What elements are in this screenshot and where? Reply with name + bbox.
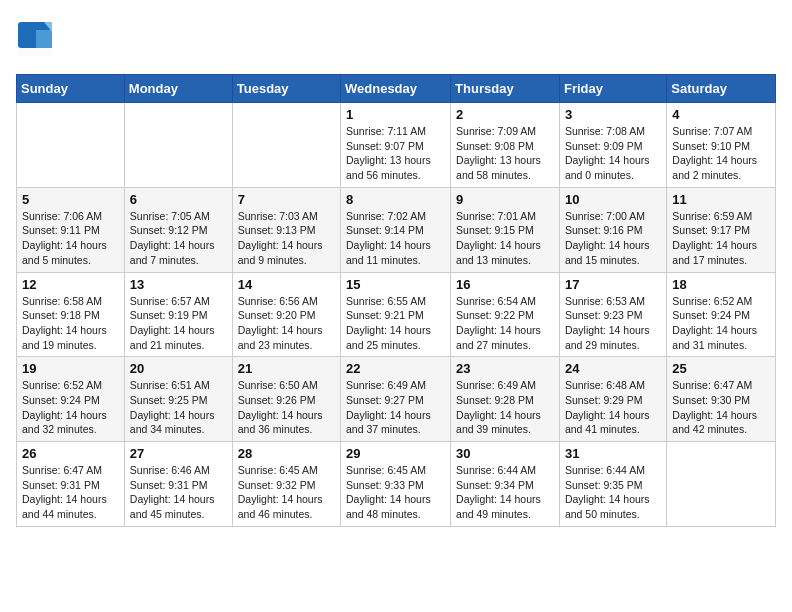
calendar-cell: 9Sunrise: 7:01 AM Sunset: 9:15 PM Daylig…	[451, 187, 560, 272]
calendar-header: SundayMondayTuesdayWednesdayThursdayFrid…	[17, 75, 776, 103]
day-number: 21	[238, 361, 335, 376]
page-header	[16, 16, 776, 62]
day-number: 27	[130, 446, 227, 461]
day-info: Sunrise: 7:11 AM Sunset: 9:07 PM Dayligh…	[346, 124, 445, 183]
calendar-cell: 30Sunrise: 6:44 AM Sunset: 9:34 PM Dayli…	[451, 442, 560, 527]
calendar-cell: 16Sunrise: 6:54 AM Sunset: 9:22 PM Dayli…	[451, 272, 560, 357]
day-info: Sunrise: 6:59 AM Sunset: 9:17 PM Dayligh…	[672, 209, 770, 268]
day-number: 6	[130, 192, 227, 207]
calendar-cell: 4Sunrise: 7:07 AM Sunset: 9:10 PM Daylig…	[667, 103, 776, 188]
day-info: Sunrise: 6:53 AM Sunset: 9:23 PM Dayligh…	[565, 294, 661, 353]
day-info: Sunrise: 7:09 AM Sunset: 9:08 PM Dayligh…	[456, 124, 554, 183]
svg-marker-1	[36, 30, 52, 48]
day-info: Sunrise: 6:44 AM Sunset: 9:34 PM Dayligh…	[456, 463, 554, 522]
calendar-cell: 24Sunrise: 6:48 AM Sunset: 9:29 PM Dayli…	[559, 357, 666, 442]
day-header-row: SundayMondayTuesdayWednesdayThursdayFrid…	[17, 75, 776, 103]
day-number: 5	[22, 192, 119, 207]
logo-graphic	[16, 20, 54, 62]
calendar-cell: 25Sunrise: 6:47 AM Sunset: 9:30 PM Dayli…	[667, 357, 776, 442]
calendar-cell: 2Sunrise: 7:09 AM Sunset: 9:08 PM Daylig…	[451, 103, 560, 188]
calendar-cell: 22Sunrise: 6:49 AM Sunset: 9:27 PM Dayli…	[341, 357, 451, 442]
day-info: Sunrise: 7:00 AM Sunset: 9:16 PM Dayligh…	[565, 209, 661, 268]
day-info: Sunrise: 7:06 AM Sunset: 9:11 PM Dayligh…	[22, 209, 119, 268]
day-info: Sunrise: 6:49 AM Sunset: 9:28 PM Dayligh…	[456, 378, 554, 437]
calendar-cell: 11Sunrise: 6:59 AM Sunset: 9:17 PM Dayli…	[667, 187, 776, 272]
calendar-table: SundayMondayTuesdayWednesdayThursdayFrid…	[16, 74, 776, 527]
calendar-cell	[124, 103, 232, 188]
day-number: 10	[565, 192, 661, 207]
day-number: 11	[672, 192, 770, 207]
day-number: 18	[672, 277, 770, 292]
day-info: Sunrise: 6:57 AM Sunset: 9:19 PM Dayligh…	[130, 294, 227, 353]
day-number: 4	[672, 107, 770, 122]
day-number: 25	[672, 361, 770, 376]
day-number: 13	[130, 277, 227, 292]
day-info: Sunrise: 6:45 AM Sunset: 9:33 PM Dayligh…	[346, 463, 445, 522]
day-info: Sunrise: 6:47 AM Sunset: 9:30 PM Dayligh…	[672, 378, 770, 437]
calendar-cell: 5Sunrise: 7:06 AM Sunset: 9:11 PM Daylig…	[17, 187, 125, 272]
calendar-cell: 15Sunrise: 6:55 AM Sunset: 9:21 PM Dayli…	[341, 272, 451, 357]
day-info: Sunrise: 6:48 AM Sunset: 9:29 PM Dayligh…	[565, 378, 661, 437]
day-info: Sunrise: 7:07 AM Sunset: 9:10 PM Dayligh…	[672, 124, 770, 183]
day-number: 23	[456, 361, 554, 376]
calendar-cell	[17, 103, 125, 188]
day-number: 8	[346, 192, 445, 207]
day-info: Sunrise: 6:54 AM Sunset: 9:22 PM Dayligh…	[456, 294, 554, 353]
calendar-cell: 8Sunrise: 7:02 AM Sunset: 9:14 PM Daylig…	[341, 187, 451, 272]
day-info: Sunrise: 6:58 AM Sunset: 9:18 PM Dayligh…	[22, 294, 119, 353]
calendar-cell: 10Sunrise: 7:00 AM Sunset: 9:16 PM Dayli…	[559, 187, 666, 272]
day-number: 31	[565, 446, 661, 461]
calendar-cell	[232, 103, 340, 188]
day-number: 1	[346, 107, 445, 122]
day-number: 12	[22, 277, 119, 292]
day-number: 17	[565, 277, 661, 292]
day-info: Sunrise: 6:47 AM Sunset: 9:31 PM Dayligh…	[22, 463, 119, 522]
day-info: Sunrise: 6:45 AM Sunset: 9:32 PM Dayligh…	[238, 463, 335, 522]
day-info: Sunrise: 7:03 AM Sunset: 9:13 PM Dayligh…	[238, 209, 335, 268]
calendar-cell: 28Sunrise: 6:45 AM Sunset: 9:32 PM Dayli…	[232, 442, 340, 527]
day-info: Sunrise: 6:49 AM Sunset: 9:27 PM Dayligh…	[346, 378, 445, 437]
day-info: Sunrise: 6:51 AM Sunset: 9:25 PM Dayligh…	[130, 378, 227, 437]
calendar-week-5: 26Sunrise: 6:47 AM Sunset: 9:31 PM Dayli…	[17, 442, 776, 527]
day-info: Sunrise: 6:50 AM Sunset: 9:26 PM Dayligh…	[238, 378, 335, 437]
day-number: 16	[456, 277, 554, 292]
calendar-cell: 20Sunrise: 6:51 AM Sunset: 9:25 PM Dayli…	[124, 357, 232, 442]
day-info: Sunrise: 7:01 AM Sunset: 9:15 PM Dayligh…	[456, 209, 554, 268]
day-number: 28	[238, 446, 335, 461]
day-info: Sunrise: 7:08 AM Sunset: 9:09 PM Dayligh…	[565, 124, 661, 183]
calendar-cell: 31Sunrise: 6:44 AM Sunset: 9:35 PM Dayli…	[559, 442, 666, 527]
day-number: 14	[238, 277, 335, 292]
day-number: 19	[22, 361, 119, 376]
calendar-week-1: 1Sunrise: 7:11 AM Sunset: 9:07 PM Daylig…	[17, 103, 776, 188]
day-header-sunday: Sunday	[17, 75, 125, 103]
calendar-cell: 27Sunrise: 6:46 AM Sunset: 9:31 PM Dayli…	[124, 442, 232, 527]
day-info: Sunrise: 6:52 AM Sunset: 9:24 PM Dayligh…	[672, 294, 770, 353]
calendar-week-4: 19Sunrise: 6:52 AM Sunset: 9:24 PM Dayli…	[17, 357, 776, 442]
calendar-cell: 12Sunrise: 6:58 AM Sunset: 9:18 PM Dayli…	[17, 272, 125, 357]
calendar-cell: 19Sunrise: 6:52 AM Sunset: 9:24 PM Dayli…	[17, 357, 125, 442]
calendar-cell: 14Sunrise: 6:56 AM Sunset: 9:20 PM Dayli…	[232, 272, 340, 357]
day-number: 26	[22, 446, 119, 461]
day-info: Sunrise: 7:02 AM Sunset: 9:14 PM Dayligh…	[346, 209, 445, 268]
day-header-thursday: Thursday	[451, 75, 560, 103]
calendar-cell: 3Sunrise: 7:08 AM Sunset: 9:09 PM Daylig…	[559, 103, 666, 188]
calendar-body: 1Sunrise: 7:11 AM Sunset: 9:07 PM Daylig…	[17, 103, 776, 527]
calendar-cell: 7Sunrise: 7:03 AM Sunset: 9:13 PM Daylig…	[232, 187, 340, 272]
day-info: Sunrise: 6:56 AM Sunset: 9:20 PM Dayligh…	[238, 294, 335, 353]
day-header-tuesday: Tuesday	[232, 75, 340, 103]
logo	[16, 16, 60, 62]
day-number: 20	[130, 361, 227, 376]
calendar-cell: 6Sunrise: 7:05 AM Sunset: 9:12 PM Daylig…	[124, 187, 232, 272]
day-number: 3	[565, 107, 661, 122]
day-number: 29	[346, 446, 445, 461]
day-header-saturday: Saturday	[667, 75, 776, 103]
day-number: 24	[565, 361, 661, 376]
calendar-week-2: 5Sunrise: 7:06 AM Sunset: 9:11 PM Daylig…	[17, 187, 776, 272]
day-info: Sunrise: 6:44 AM Sunset: 9:35 PM Dayligh…	[565, 463, 661, 522]
day-info: Sunrise: 6:55 AM Sunset: 9:21 PM Dayligh…	[346, 294, 445, 353]
day-info: Sunrise: 6:52 AM Sunset: 9:24 PM Dayligh…	[22, 378, 119, 437]
calendar-cell: 21Sunrise: 6:50 AM Sunset: 9:26 PM Dayli…	[232, 357, 340, 442]
calendar-cell: 29Sunrise: 6:45 AM Sunset: 9:33 PM Dayli…	[341, 442, 451, 527]
day-number: 7	[238, 192, 335, 207]
calendar-week-3: 12Sunrise: 6:58 AM Sunset: 9:18 PM Dayli…	[17, 272, 776, 357]
